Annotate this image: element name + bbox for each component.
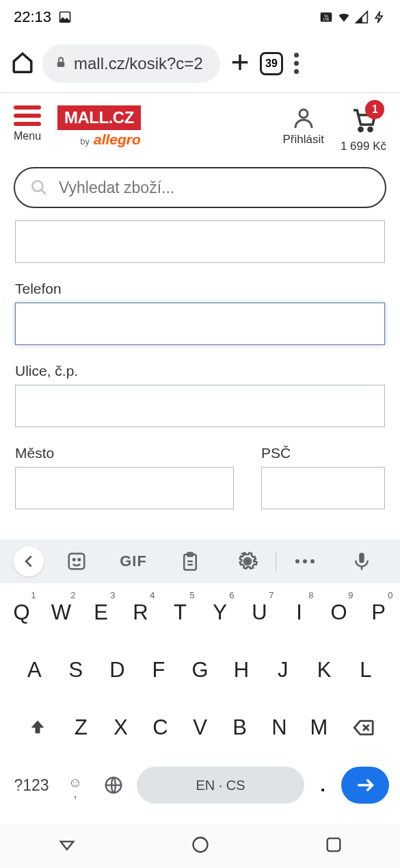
enter-key[interactable]: [341, 767, 389, 804]
keyboard: GIF Q1W2E3R4T5Y6U7I8O9P0 ASDFGHJKL ZXCVB…: [0, 539, 400, 868]
mall-logo-text: MALL.CZ: [57, 105, 141, 130]
new-tab-icon[interactable]: [228, 51, 252, 77]
search-input[interactable]: [59, 179, 370, 197]
search-bar[interactable]: [14, 167, 386, 208]
search-icon: [30, 179, 48, 196]
key-c[interactable]: C: [141, 704, 181, 752]
cart-badge: 1: [365, 100, 384, 119]
backspace-key[interactable]: [339, 704, 387, 752]
wifi-icon: [337, 10, 351, 24]
cart-total: 1 699 Kč: [341, 140, 386, 153]
period-key[interactable]: .: [312, 775, 333, 796]
mic-icon[interactable]: [334, 551, 390, 572]
symbols-key[interactable]: ?123: [11, 776, 52, 795]
key-l[interactable]: L: [345, 646, 386, 694]
allegro-logo-text: allegro: [94, 131, 141, 148]
svg-point-5: [299, 110, 308, 118]
svg-point-10: [73, 559, 75, 561]
key-f[interactable]: F: [138, 646, 180, 694]
svg-point-8: [32, 181, 42, 191]
menu-button[interactable]: Menu: [14, 105, 41, 142]
key-u[interactable]: U7: [240, 589, 280, 637]
key-y[interactable]: Y6: [200, 589, 240, 637]
keyboard-bottom-row: ?123 ☺, EN · CS .: [1, 761, 399, 816]
sticker-icon[interactable]: [48, 551, 105, 572]
key-a[interactable]: A: [14, 646, 55, 694]
svg-text:LTE: LTE: [323, 17, 330, 21]
field-above[interactable]: [15, 220, 385, 263]
street-label: Ulice, č.p.: [15, 363, 385, 379]
svg-point-6: [359, 127, 362, 131]
status-time: 22:13: [14, 8, 51, 26]
browser-menu-icon[interactable]: [291, 50, 302, 77]
key-x[interactable]: X: [101, 704, 141, 752]
search-row: [0, 160, 400, 220]
key-n[interactable]: N: [260, 704, 299, 752]
key-e[interactable]: E3: [81, 589, 121, 637]
tab-count[interactable]: 39: [260, 52, 283, 75]
menu-label: Menu: [14, 130, 41, 142]
nav-home-icon[interactable]: [191, 835, 210, 857]
checkout-form: Telefon Ulice, č.p. Město PSČ: [0, 220, 400, 509]
key-w[interactable]: W2: [42, 589, 81, 637]
street-field[interactable]: [15, 385, 385, 427]
more-icon[interactable]: [276, 559, 333, 563]
svg-rect-4: [57, 62, 65, 67]
city-label: Město: [15, 445, 234, 461]
settings-icon[interactable]: [219, 551, 276, 572]
clipboard-icon[interactable]: [162, 551, 219, 572]
home-icon[interactable]: [11, 51, 34, 77]
key-d[interactable]: D: [96, 646, 138, 694]
svg-point-17: [193, 838, 207, 852]
key-i[interactable]: I8: [280, 589, 319, 637]
svg-point-7: [369, 127, 372, 131]
key-p[interactable]: P0: [359, 589, 399, 637]
login-button[interactable]: Přihlásit: [282, 105, 323, 146]
city-field[interactable]: [15, 467, 234, 509]
by-text: by: [80, 136, 90, 146]
lock-icon: [55, 56, 67, 71]
key-v[interactable]: V: [181, 704, 220, 752]
keyboard-row-1: Q1W2E3R4T5Y6U7I8O9P0: [1, 589, 399, 637]
zip-label: PSČ: [261, 445, 385, 461]
svg-rect-9: [68, 554, 84, 570]
keyboard-toolbar: GIF: [0, 539, 400, 583]
key-k[interactable]: K: [304, 646, 345, 694]
login-label: Přihlásit: [282, 133, 323, 146]
key-r[interactable]: R4: [121, 589, 161, 637]
key-m[interactable]: M: [299, 704, 339, 752]
key-j[interactable]: J: [262, 646, 304, 694]
key-t[interactable]: T5: [161, 589, 200, 637]
zip-field[interactable]: [261, 467, 385, 509]
volte-icon: VoLTE: [319, 10, 333, 24]
hamburger-icon: [14, 105, 41, 126]
signal-icon: [355, 10, 369, 24]
key-z[interactable]: Z: [62, 704, 101, 752]
svg-rect-15: [360, 553, 365, 563]
gif-button[interactable]: GIF: [105, 552, 161, 570]
nav-back-icon[interactable]: [57, 835, 77, 857]
keyboard-row-3: ZXCVBNM: [1, 704, 399, 752]
site-logo[interactable]: MALL.CZ by allegro: [57, 105, 141, 148]
svg-point-14: [245, 559, 250, 564]
cart-button[interactable]: 1 1 699 Kč: [341, 105, 386, 153]
key-g[interactable]: G: [179, 646, 221, 694]
space-key[interactable]: EN · CS: [137, 767, 304, 804]
svg-point-11: [78, 559, 80, 561]
shift-key[interactable]: [14, 704, 62, 752]
phone-field[interactable]: [15, 303, 385, 345]
key-o[interactable]: O9: [319, 589, 359, 637]
nav-recent-icon[interactable]: [324, 835, 343, 857]
phone-label: Telefon: [15, 281, 385, 297]
keyboard-back-button[interactable]: [14, 546, 44, 576]
url-bar[interactable]: mall.cz/kosik?c=2: [42, 44, 220, 83]
key-s[interactable]: S: [55, 646, 97, 694]
language-key[interactable]: [98, 775, 129, 795]
emoji-key[interactable]: ☺,: [60, 775, 90, 796]
site-header: Menu MALL.CZ by allegro Přihlásit 1 1 69…: [0, 93, 400, 160]
key-q[interactable]: Q1: [2, 589, 42, 637]
charging-icon: [373, 10, 386, 24]
key-b[interactable]: B: [220, 704, 260, 752]
key-h[interactable]: H: [221, 646, 263, 694]
android-nav-bar: [0, 824, 400, 868]
